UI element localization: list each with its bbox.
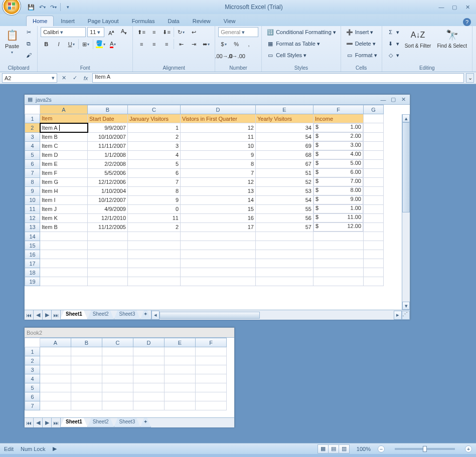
sheet-tab-sheet2[interactable]: Sheet2 <box>87 310 114 320</box>
tab-view[interactable]: View <box>218 16 242 26</box>
cell[interactable] <box>128 241 181 250</box>
formula-input[interactable]: Item A <box>92 73 464 83</box>
fill-button[interactable]: ⬇▾ <box>385 39 401 49</box>
cell[interactable] <box>88 241 128 250</box>
next-sheet-button[interactable]: ▶ <box>43 310 52 320</box>
cell[interactable]: 3 <box>128 141 181 150</box>
zoom-level[interactable]: 100% <box>357 446 371 452</box>
cell[interactable]: 6 <box>128 168 181 177</box>
row-header[interactable]: 14 <box>25 232 40 241</box>
cell[interactable] <box>71 374 102 383</box>
cell[interactable]: Item C <box>40 141 88 150</box>
cell[interactable] <box>313 232 364 241</box>
cell[interactable]: 1 <box>128 123 181 133</box>
cell[interactable] <box>196 356 227 365</box>
cell[interactable]: 8 <box>128 186 181 195</box>
cell[interactable]: 5/5/2006 <box>88 168 128 177</box>
row-header[interactable]: 19 <box>25 277 40 286</box>
cell[interactable]: 2 <box>128 222 181 232</box>
cell[interactable]: 13 <box>181 186 256 195</box>
row-header[interactable]: 10 <box>25 195 40 204</box>
row-header[interactable]: 11 <box>25 204 40 213</box>
cell[interactable] <box>40 383 71 392</box>
name-box[interactable]: A2▾ <box>2 73 57 83</box>
orientation-button[interactable]: ↻▾ <box>176 27 187 37</box>
insert-cells-button[interactable]: ➕Insert▾ <box>344 27 379 37</box>
column-header[interactable]: D <box>133 338 165 347</box>
cell[interactable] <box>40 365 71 374</box>
normal-view-button[interactable]: ▦ <box>318 444 329 453</box>
cell[interactable] <box>165 356 196 365</box>
cell[interactable] <box>364 195 384 204</box>
cell[interactable] <box>88 277 128 286</box>
cell[interactable]: Item H <box>40 186 88 195</box>
scroll-down-button[interactable]: ▾ <box>402 302 410 310</box>
cell[interactable]: $11.00 <box>313 213 363 222</box>
number-format-combo[interactable]: General▾ <box>218 27 258 37</box>
cell[interactable] <box>128 268 181 277</box>
minimize-button[interactable]: — <box>436 3 447 12</box>
cell[interactable] <box>364 241 384 250</box>
decrease-indent-button[interactable]: ⇤ <box>176 39 187 49</box>
next-sheet-button[interactable]: ▶ <box>43 418 52 427</box>
cell[interactable]: 10 <box>181 141 256 150</box>
tab-data[interactable]: Data <box>162 16 185 26</box>
cell[interactable]: 12 <box>181 177 256 186</box>
format-as-table-button[interactable]: ▦Format as Table▾ <box>265 39 338 49</box>
cell[interactable] <box>313 241 364 250</box>
row-header[interactable]: 4 <box>25 374 40 383</box>
cell[interactable] <box>181 241 256 250</box>
page-layout-view-button[interactable]: ▤ <box>328 444 339 453</box>
row-header[interactable]: 16 <box>25 250 40 259</box>
cell[interactable]: $1.00 <box>313 123 363 132</box>
cell[interactable] <box>364 150 384 159</box>
cell[interactable] <box>71 347 102 356</box>
sheet-tab-sheet3[interactable]: Sheet3 <box>114 418 141 427</box>
cell[interactable]: 55 <box>256 204 313 213</box>
conditional-formatting-button[interactable]: 🔢Conditional Formatting▾ <box>265 27 338 37</box>
cell[interactable]: 7 <box>128 177 181 186</box>
cell[interactable]: 14 <box>181 195 256 204</box>
cell[interactable] <box>181 250 256 259</box>
first-sheet-button[interactable]: ⏮ <box>25 418 34 427</box>
header-cell[interactable]: Income <box>313 114 364 123</box>
insert-function-button[interactable]: fx <box>81 74 90 83</box>
cell[interactable] <box>256 241 313 250</box>
cell[interactable]: $8.00 <box>313 186 363 195</box>
workbook-titlebar[interactable]: ▦ java2s — ▢ ✕ <box>25 95 410 105</box>
cell[interactable] <box>88 268 128 277</box>
cell[interactable]: Item F <box>40 168 88 177</box>
cell[interactable]: 67 <box>256 159 313 168</box>
cell[interactable] <box>133 392 165 401</box>
comma-button[interactable]: , <box>243 39 254 49</box>
wrap-text-button[interactable]: ↩ <box>188 27 199 37</box>
zoom-thumb[interactable] <box>423 446 427 452</box>
cell[interactable]: 54 <box>256 195 313 204</box>
font-size-combo[interactable]: 11▾ <box>87 27 104 37</box>
cell[interactable]: Item E <box>40 159 88 168</box>
cell[interactable] <box>88 259 128 268</box>
select-all-corner[interactable] <box>25 338 40 347</box>
find-select-button[interactable]: 🔭 Find & Select <box>435 27 468 50</box>
cell[interactable]: 11 <box>181 132 256 141</box>
cell[interactable]: $1.00 <box>313 204 363 213</box>
column-header[interactable]: F <box>196 338 227 347</box>
cell[interactable]: $9.00 <box>313 195 363 204</box>
cell[interactable]: 12/1/2010 <box>88 213 128 222</box>
prev-sheet-button[interactable]: ◀ <box>34 310 43 320</box>
border-button[interactable]: ⊞▾ <box>80 39 91 49</box>
expand-formula-bar-button[interactable]: ⌄ <box>466 73 474 83</box>
cell[interactable] <box>40 268 88 277</box>
cell[interactable] <box>40 347 71 356</box>
cell[interactable] <box>102 401 133 410</box>
vertical-scrollbar[interactable]: ▴ ▾ <box>402 114 410 310</box>
last-sheet-button[interactable]: ⏭ <box>52 418 61 427</box>
tab-page-layout[interactable]: Page Layout <box>82 16 125 26</box>
cell[interactable]: 11 <box>128 213 181 222</box>
format-cells-button[interactable]: ▭Format▾ <box>344 50 379 60</box>
cell[interactable]: 10/10/2007 <box>88 132 128 141</box>
cell[interactable]: Item K <box>40 213 88 222</box>
cell[interactable] <box>313 250 364 259</box>
cell[interactable] <box>165 392 196 401</box>
sheet-tab-sheet1[interactable]: Sheet1 <box>60 310 88 320</box>
